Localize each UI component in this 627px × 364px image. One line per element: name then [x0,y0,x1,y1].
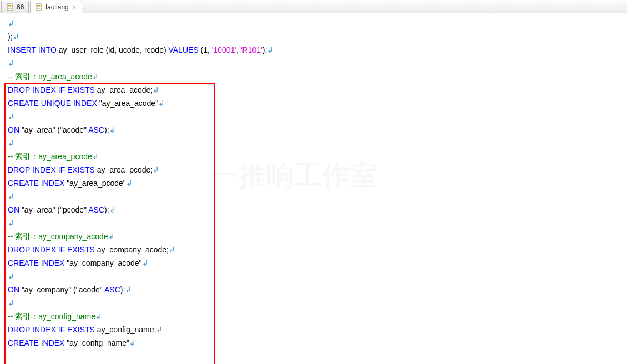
token: '10001' [212,46,236,54]
svg-rect-7 [37,8,41,9]
code-line[interactable]: CREATE INDEX "ay_company_acode"↲ [8,256,621,270]
tab-bar: 66laoliang× [0,0,627,13]
code-line[interactable]: -- 索引：ay_area_pcode↲ [8,150,621,163]
code-line[interactable]: CREATE INDEX "ay_area_pcode"↲ [8,176,621,190]
token: "ay_area" ("acode" [19,125,88,134]
svg-rect-5 [37,5,41,6]
token: ); [8,32,13,41]
code-line[interactable]: ↲ [8,57,621,70]
close-icon[interactable]: × [72,4,77,11]
tab-laoliang[interactable]: laoliang× [30,1,82,13]
code-line[interactable]: ↲ [8,270,621,283]
token: VALUES [168,46,198,54]
token: ON [8,125,19,134]
newline-marker: ↲ [92,72,99,81]
newline-marker: ↲ [109,125,116,134]
code-line[interactable]: -- 索引：ay_company_acode↲ [8,230,621,243]
sql-editor[interactable]: 一推响工作室 ↲);↲INSERT INTO ay_user_role (id,… [0,13,627,364]
token: DROP INDEX IF EXISTS [8,325,95,334]
newline-marker: ↲ [158,99,165,108]
newline-marker: ↲ [8,59,14,68]
code-line[interactable]: ↲ [8,190,621,203]
code-line[interactable]: DROP INDEX IF EXISTS ay_config_name;↲ [8,323,621,336]
token: "ay_config_name" [64,338,129,347]
code-line[interactable]: ON "ay_area" ("pcode" ASC);↲ [8,203,621,216]
token: ASC [104,285,120,294]
code-line[interactable]: ↲ [8,216,621,230]
code-line[interactable]: ↲ [8,296,621,310]
newline-marker: ↲ [8,219,14,228]
token: ASC [88,205,104,214]
newline-marker: ↲ [92,152,99,161]
code-line[interactable]: CREATE UNIQUE INDEX "ay_area_acode"↲ [8,97,621,110]
token: CREATE UNIQUE INDEX [8,99,97,108]
token: -- 索引：ay_area_pcode [8,152,92,161]
newline-marker: ↲ [142,259,149,267]
newline-marker: ↲ [108,232,115,241]
newline-marker: ↲ [8,112,14,121]
token: CREATE INDEX [8,338,64,347]
token: -- 索引：ay_area_acode [8,72,92,81]
code-line[interactable]: CREATE INDEX "ay_config_name"↲ [8,336,621,350]
code-line[interactable]: ON "ay_company" ("acode" ASC);↲ [8,283,621,296]
code-line[interactable]: ↲ [8,17,621,30]
token: DROP INDEX IF EXISTS [8,245,95,254]
code-line[interactable]: );↲ [8,30,621,43]
token: ay_company_acode; [95,245,169,254]
code-area[interactable]: ↲);↲INSERT INTO ay_user_role (id, ucode,… [8,17,621,350]
newline-marker: ↲ [125,285,132,294]
newline-marker: ↲ [8,19,14,28]
newline-marker: ↲ [169,245,175,254]
token: 'R101' [241,46,262,54]
token: ); [262,46,267,54]
newline-marker: ↲ [8,299,14,307]
token: "ay_area_acode" [97,99,158,108]
token: "ay_company_acode" [64,259,141,267]
code-line[interactable]: DROP INDEX IF EXISTS ay_area_pcode;↲ [8,163,621,176]
token: ay_area_pcode; [95,165,153,174]
token: ay_config_name; [95,325,156,334]
sql-file-icon [6,3,14,11]
code-line[interactable]: ↲ [8,110,621,123]
newline-marker: ↲ [267,46,274,54]
token: ay_user_role (id, ucode, rcode) [57,46,169,54]
newline-marker: ↲ [129,338,136,347]
code-line[interactable]: INSERT INTO ay_user_role (id, ucode, rco… [8,43,621,57]
token: ON [8,285,19,294]
sql-file-icon [35,3,43,11]
token: ASC [88,125,104,134]
newline-marker: ↲ [153,165,159,174]
token: (1, [199,46,212,54]
token: ON [8,205,19,214]
newline-marker: ↲ [13,32,19,41]
svg-rect-3 [8,8,12,9]
token: DROP INDEX IF EXISTS [8,85,95,94]
token: -- 索引：ay_config_name [8,312,95,321]
code-line[interactable]: ↲ [8,136,621,150]
token: ay_area_acode; [95,85,153,94]
code-line[interactable]: ON "ay_area" ("acode" ASC);↲ [8,123,621,136]
token: ); [104,125,109,134]
token: DROP INDEX IF EXISTS [8,165,95,174]
newline-marker: ↲ [8,272,14,281]
code-line[interactable]: -- 索引：ay_config_name↲ [8,310,621,323]
token: , [236,46,241,54]
token: "ay_company" ("acode" [19,285,104,294]
code-line[interactable]: -- 索引：ay_area_acode↲ [8,70,621,83]
token: -- 索引：ay_company_acode [8,232,108,241]
newline-marker: ↲ [8,192,14,201]
token: "ay_area" ("pcode" [19,205,88,214]
newline-marker: ↲ [153,85,159,94]
code-line[interactable]: DROP INDEX IF EXISTS ay_area_acode;↲ [8,83,621,97]
token: INSERT INTO [8,46,57,54]
tab-label: 66 [17,3,24,11]
tab-label: laoliang [45,3,68,11]
newline-marker: ↲ [8,139,14,148]
token: "ay_area_pcode" [64,179,125,188]
tab-66[interactable]: 66 [1,1,29,13]
newline-marker: ↲ [95,312,102,321]
newline-marker: ↲ [126,179,133,188]
token: ); [104,205,109,214]
code-line[interactable]: DROP INDEX IF EXISTS ay_company_acode;↲ [8,243,621,256]
token: CREATE INDEX [8,259,64,267]
